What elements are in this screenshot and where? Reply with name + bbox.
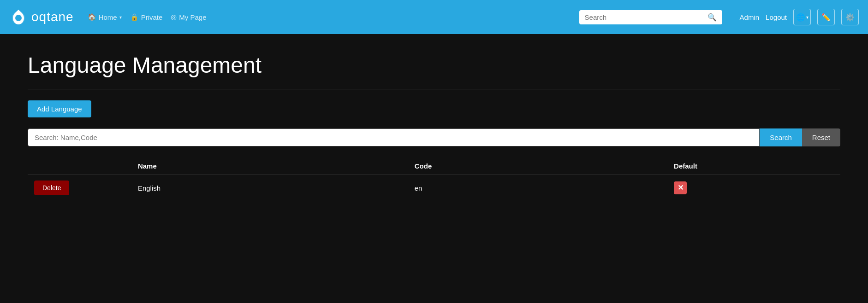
navbar: oqtane 🏠 Home ▾ 🔒 Private ◎ My Page 🔍 Ad…	[0, 0, 868, 34]
navbar-search-box: 🔍	[579, 10, 722, 24]
nav-right: Admin Logout 🌐 ▾ ✏️ ⚙️	[740, 9, 859, 25]
nav-mypage-link[interactable]: ◎ My Page	[171, 13, 206, 21]
col-header-code: Code	[408, 157, 667, 175]
page-title: Language Management	[28, 52, 840, 78]
filter-search-button[interactable]: Search	[760, 128, 802, 146]
navbar-search-input[interactable]	[585, 13, 704, 21]
filter-input[interactable]	[28, 128, 760, 146]
admin-button[interactable]: Admin	[740, 13, 760, 21]
logout-button[interactable]: Logout	[766, 13, 787, 21]
table-cell-default: ✕	[667, 175, 840, 201]
nav-home-link[interactable]: 🏠 Home ▾	[88, 13, 122, 21]
add-language-button[interactable]: Add Language	[28, 100, 91, 117]
brand-name: oqtane	[31, 10, 74, 24]
circle-icon: ◎	[171, 13, 177, 21]
col-header-name: Name	[131, 157, 408, 175]
globe-icon: 🌐	[796, 13, 805, 22]
home-chevron-icon: ▾	[119, 15, 122, 20]
table-cell-code: en	[408, 175, 667, 201]
default-x-icon: ✕	[674, 181, 687, 194]
edit-icon-button[interactable]: ✏️	[817, 9, 835, 25]
nav-private-link[interactable]: 🔒 Private	[130, 13, 163, 21]
table-cell-action: Delete	[28, 175, 131, 201]
gear-icon: ⚙️	[845, 13, 855, 22]
logo-icon	[9, 8, 28, 26]
table-header-row: Name Code Default	[28, 157, 840, 175]
nav-links: 🏠 Home ▾ 🔒 Private ◎ My Page	[88, 13, 207, 21]
main-content: Language Management Add Language Search …	[0, 34, 868, 303]
filter-reset-button[interactable]: Reset	[802, 128, 840, 146]
logo-link[interactable]: oqtane	[9, 8, 74, 26]
language-table: Name Code Default Delete English en ✕	[28, 157, 840, 201]
table-row: Delete English en ✕	[28, 175, 840, 201]
filter-row: Search Reset	[28, 128, 840, 146]
col-header-action	[28, 157, 131, 175]
lock-icon: 🔒	[130, 13, 139, 21]
settings-icon-button[interactable]: ⚙️	[841, 9, 859, 25]
table-cell-name: English	[131, 175, 408, 201]
svg-point-1	[15, 15, 22, 21]
col-header-default: Default	[667, 157, 840, 175]
delete-button[interactable]: Delete	[34, 181, 69, 195]
language-icon-button[interactable]: 🌐 ▾	[793, 9, 811, 25]
search-icon: 🔍	[707, 13, 717, 22]
title-divider	[28, 89, 840, 89]
pencil-icon: ✏️	[821, 13, 831, 22]
globe-chevron-icon: ▾	[806, 15, 809, 20]
home-icon: 🏠	[88, 13, 96, 21]
